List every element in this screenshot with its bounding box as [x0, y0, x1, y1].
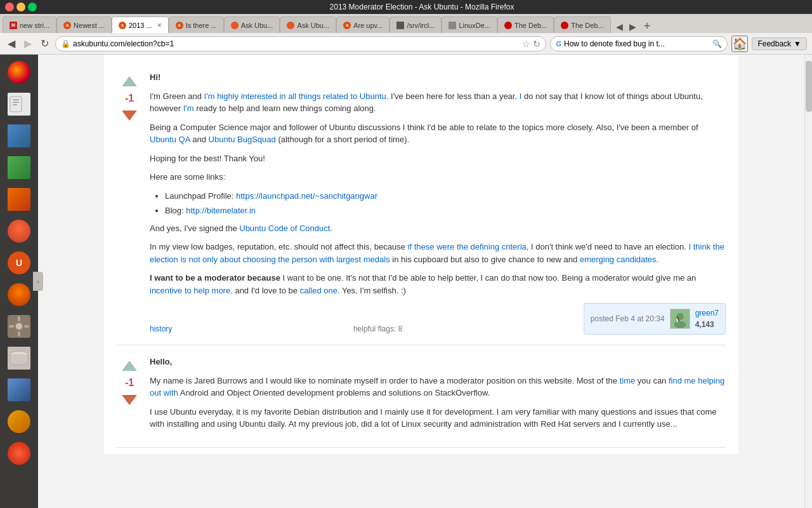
- blue-doc-logo: [8, 378, 30, 401]
- sidebar-icon-bag[interactable]: [4, 438, 34, 469]
- tab-label: Ask Ubu...: [241, 22, 273, 29]
- address-input[interactable]: [73, 39, 520, 48]
- sidebar-icon-firefox[interactable]: [4, 57, 34, 88]
- sidebar-icon-doc[interactable]: [4, 121, 34, 151]
- vote-column-1: -1: [117, 71, 142, 335]
- tab-label: LinuxDe...: [459, 22, 490, 29]
- sidebar-icon-pres[interactable]: [4, 184, 34, 215]
- tab-are-upv[interactable]: a Are upv...: [336, 17, 390, 33]
- sidebar-icon-files[interactable]: [4, 89, 34, 119]
- svg-rect-3: [13, 104, 17, 105]
- post-item-1: -1 Hi! I'm Green and I'm highly interest…: [117, 61, 726, 345]
- tab-scroll-left[interactable]: ◀: [613, 20, 625, 33]
- scrollbar-track[interactable]: [804, 55, 812, 508]
- tab-close-icon[interactable]: ×: [157, 21, 162, 30]
- svg-point-4: [15, 323, 23, 330]
- vote-down-button-1[interactable]: [121, 105, 138, 123]
- tab-is-there[interactable]: a Is there ...: [169, 17, 224, 33]
- svg-rect-7: [9, 325, 14, 328]
- svg-rect-8: [24, 325, 29, 328]
- sidebar-icon-gnome[interactable]: [4, 406, 34, 437]
- tab-ask-ubu2[interactable]: Ask Ubu...: [280, 17, 336, 33]
- post1-greeting: Hi!: [150, 72, 160, 82]
- bookmark-star-icon[interactable]: ☆: [522, 39, 530, 49]
- page-content[interactable]: -1 Hi! I'm Green and I'm highly interest…: [38, 55, 804, 508]
- minimize-button[interactable]: [16, 3, 25, 11]
- sidebar-icon-blue-doc[interactable]: [4, 375, 34, 405]
- tab-2013[interactable]: a 2013 ... ×: [112, 17, 169, 33]
- close-button[interactable]: [5, 3, 14, 11]
- firefox-sidebar: ‹ U: [0, 55, 38, 508]
- post1-para6: In my view low badges, reputation, etc. …: [150, 241, 726, 265]
- tab-scroll-right[interactable]: ▶: [627, 20, 639, 33]
- tab-favicon-ask3: a: [343, 22, 351, 29]
- sidebar-icon-sheet[interactable]: [4, 152, 34, 183]
- launchpad-link[interactable]: https://launchpad.net/~sanchitgangwar: [236, 191, 377, 201]
- tab-new-stri[interactable]: M new stri...: [3, 17, 56, 33]
- tab-bar: M new stri... a Newest ... a 2013 ... × …: [0, 14, 812, 33]
- tab-favicon-ubuntu2: [287, 22, 294, 29]
- post2-para2: I use Ubuntu everyday, it is my favorite…: [150, 406, 726, 431]
- feedback-button[interactable]: Feedback ▼: [752, 37, 807, 50]
- tab-srv[interactable]: /srv/ircl...: [390, 17, 442, 33]
- tab-favicon-ask: a: [63, 22, 71, 29]
- address-bar[interactable]: 🔒 ☆ ↻: [55, 36, 546, 51]
- sidebar-icon-ubuntu[interactable]: [4, 279, 34, 310]
- home-button[interactable]: 🏠: [731, 36, 748, 52]
- search-bar[interactable]: G 🔍: [550, 36, 728, 51]
- new-tab-button[interactable]: +: [640, 20, 655, 33]
- post-body-1: Hi! I'm Green and I'm highly interested …: [150, 71, 726, 335]
- tab-favicon-srv: [396, 22, 404, 29]
- tab-ask-ubu1[interactable]: Ask Ubu...: [224, 17, 280, 33]
- post1-para1: I'm Green and I'm highly interested in a…: [150, 90, 726, 115]
- user-name-1[interactable]: green7: [695, 307, 719, 319]
- tab-label: new stri...: [20, 22, 49, 29]
- tab-deb1[interactable]: The Deb...: [497, 17, 554, 33]
- post1-para2: Being a Computer Science major and follo…: [150, 121, 726, 146]
- svg-marker-11: [122, 110, 137, 121]
- files-logo: [8, 93, 30, 116]
- svg-rect-5: [18, 316, 20, 321]
- search-icon[interactable]: 🔍: [712, 39, 722, 48]
- refresh-button[interactable]: ↻: [38, 36, 51, 51]
- upvote-icon-2: [121, 358, 138, 376]
- tab-label: 2013 ...: [129, 22, 152, 29]
- reload-address-icon[interactable]: ↻: [533, 39, 540, 49]
- tab-favicon-ubuntu: [231, 22, 239, 29]
- svg-marker-16: [122, 395, 137, 405]
- tab-deb2[interactable]: The Deb...: [554, 17, 610, 33]
- sidebar-collapse-arrow[interactable]: ‹: [33, 272, 43, 291]
- scrollbar-thumb[interactable]: [806, 61, 812, 112]
- vote-down-button-2[interactable]: [121, 390, 138, 408]
- back-button[interactable]: ◀: [5, 36, 18, 51]
- sidebar-icon-settings[interactable]: [4, 311, 34, 342]
- vote-count-1: -1: [125, 93, 134, 104]
- window-controls: [5, 3, 37, 11]
- vote-up-button-2[interactable]: [121, 358, 138, 376]
- search-input[interactable]: [564, 39, 710, 48]
- tab-label: Newest ...: [74, 22, 105, 29]
- tab-favicon-ask: a: [119, 22, 126, 29]
- feedback-label: Feedback: [757, 39, 791, 48]
- forward-button[interactable]: ▶: [22, 36, 34, 51]
- post1-para4: Here are some links:: [150, 171, 726, 184]
- title-bar: 2013 Moderator Election - Ask Ubuntu - M…: [0, 0, 812, 14]
- bag-logo: [8, 442, 30, 465]
- post1-para7: I want to be a moderator because I want …: [150, 272, 726, 297]
- downvote-icon-2: [121, 390, 138, 408]
- post-history-link[interactable]: history: [150, 323, 172, 335]
- tab-newest[interactable]: a Newest ...: [56, 17, 112, 33]
- sidebar-icon-storage[interactable]: [4, 343, 34, 373]
- sidebar-icon-red-app[interactable]: [4, 216, 34, 246]
- tab-favicon-ask2: a: [176, 22, 183, 29]
- vote-count-2: -1: [125, 377, 134, 389]
- tab-favicon-gmail: M: [10, 22, 17, 29]
- blog-link[interactable]: http://bitemelater.in: [186, 206, 256, 215]
- maximize-button[interactable]: [28, 3, 37, 11]
- content-area: -1 Hi! I'm Green and I'm highly interest…: [104, 55, 738, 454]
- sidebar-icon-askubuntu[interactable]: U: [4, 248, 34, 278]
- vote-up-button-1[interactable]: [121, 74, 138, 91]
- post2-greeting: Hello,: [150, 357, 172, 366]
- tab-linuxde[interactable]: LinuxDe...: [442, 17, 497, 33]
- storage-logo: [8, 347, 30, 370]
